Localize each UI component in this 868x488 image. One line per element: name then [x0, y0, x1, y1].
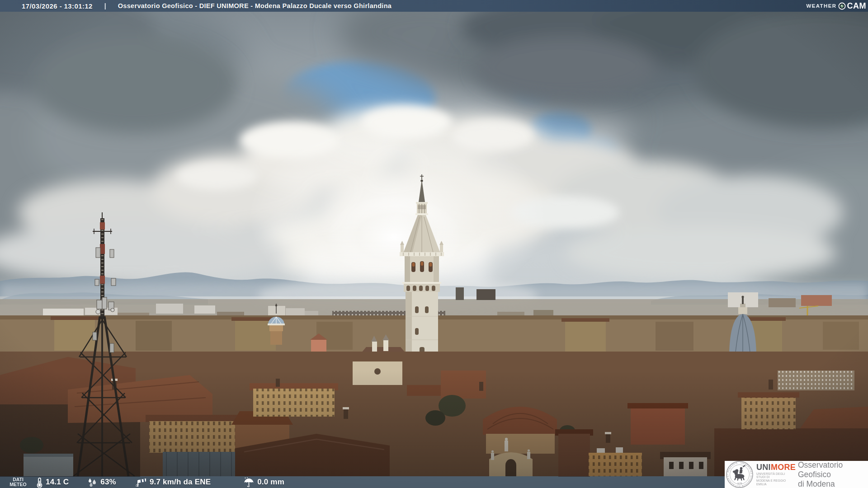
wind-value: 9.7 km/h da ENE [150, 478, 211, 487]
thermometer-icon [36, 477, 43, 488]
humidity-value: 63% [100, 478, 116, 487]
separator: | [104, 2, 106, 9]
unimore-logo-box: UNIVERSITAS STUDIORUM MUTINENSIS ET REGI… [725, 461, 868, 488]
top-bar: 17/03/2026 - 13:01:12 | Osservatorio Geo… [0, 0, 868, 12]
page-title: Osservatorio Geofisico - DIEF UNIMORE - … [118, 2, 392, 9]
university-subtitle-line2: MODENA E REGGIO EMILIA [756, 479, 793, 486]
umbrella-icon [243, 477, 255, 487]
humidity-reading: 63% [87, 478, 116, 487]
unimore-uni: UNI [756, 463, 771, 472]
weathercam-logo: WEATHER CAM [806, 0, 866, 12]
weather-data-bar: DATI METEO 14.1 C 63% [0, 476, 725, 488]
weathercam-word-cam: CAM [847, 1, 867, 11]
seal-year: 1175 [737, 483, 742, 485]
temperature-reading: 14.1 C [36, 477, 69, 488]
university-subtitle-line1: UNIVERSITÀ DEGLI STUDI DI [756, 472, 793, 479]
timestamp: 17/03/2026 - 13:01:12 [22, 2, 93, 10]
weathercam-word-weather: WEATHER [806, 3, 836, 9]
webcam-photo [0, 12, 868, 488]
camera-lens-icon [838, 2, 846, 10]
unimore-more: MORE [771, 463, 796, 472]
humidity-drops-icon [87, 478, 98, 487]
unimore-seal-icon: UNIVERSITAS STUDIORUM MUTINENSIS ET REGI… [726, 460, 754, 488]
wind-reading: 9.7 km/h da ENE [135, 477, 211, 487]
vignette [0, 12, 868, 488]
unimore-wordmark: UNIMORE UNIVERSITÀ DEGLI STUDI DI MODENA… [756, 463, 793, 486]
webcam-page: 17/03/2026 - 13:01:12 | Osservatorio Geo… [0, 0, 868, 488]
rain-reading: 0.0 mm [243, 477, 284, 487]
windsock-icon [135, 477, 147, 487]
temperature-value: 14.1 C [46, 478, 69, 487]
observatory-name: Osservatorio Geofisico di Modena [798, 460, 868, 488]
rain-value: 0.0 mm [257, 478, 284, 487]
dati-meteo-label: DATI METEO [5, 477, 31, 487]
modena-panorama [0, 12, 868, 488]
